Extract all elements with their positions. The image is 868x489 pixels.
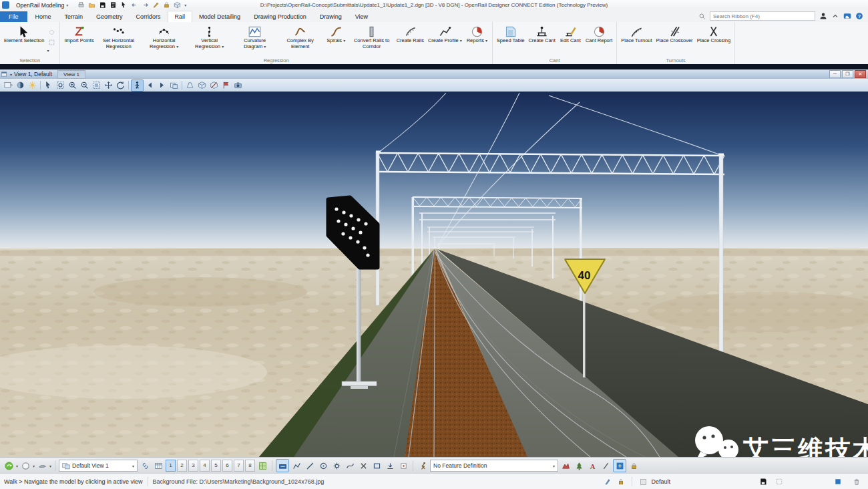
explorer-icon[interactable]: [613, 459, 626, 472]
view-toggle-7[interactable]: 7: [234, 460, 244, 472]
3d-viewport[interactable]: 40 艾三维技术: [0, 92, 868, 457]
view-tab[interactable]: View 1: [57, 70, 85, 79]
view-toggle-8[interactable]: 8: [245, 460, 255, 472]
fit-view-icon[interactable]: [55, 80, 66, 91]
workflow-selector[interactable]: OpenRail Modeling ▾: [12, 1, 72, 9]
compress-icon[interactable]: [108, 1, 118, 9]
tab-model-detailing[interactable]: Model Detailing: [192, 11, 247, 22]
delete-element-icon[interactable]: [357, 460, 369, 472]
place-curve-icon[interactable]: [344, 460, 356, 472]
annotation-icon[interactable]: A: [586, 460, 598, 472]
view-menu-icon[interactable]: [0, 70, 8, 79]
place-shape-icon[interactable]: [371, 460, 383, 472]
drop-element-icon[interactable]: [384, 460, 396, 472]
previous-view-icon[interactable]: [144, 80, 156, 91]
set-horizontal-regression-button[interactable]: Set Horizontal Regression: [96, 23, 142, 57]
horizontal-regression-button[interactable]: Horizontal Regression ▾: [142, 23, 187, 57]
import-points-button[interactable]: Import Points: [62, 23, 95, 57]
place-smartline-icon[interactable]: [290, 460, 302, 472]
status-blue-icon[interactable]: [832, 476, 844, 487]
snap-gear-icon[interactable]: [331, 460, 343, 472]
redo-icon[interactable]: [140, 1, 150, 9]
trash-icon[interactable]: [851, 476, 863, 487]
next-view-icon[interactable]: [156, 80, 168, 91]
clip-volume-icon[interactable]: [196, 80, 208, 91]
tab-drawing-production[interactable]: Drawing Production: [247, 11, 313, 22]
view-display-icon[interactable]: [3, 80, 14, 91]
pan-icon[interactable]: [103, 80, 114, 91]
view-perspective-icon[interactable]: [184, 80, 196, 91]
view-group-selector[interactable]: Default View 1 ▾: [59, 460, 138, 472]
view-minimize-button[interactable]: ─: [829, 70, 841, 78]
search-input[interactable]: [710, 11, 815, 21]
chevron-down-icon[interactable]: ▾: [33, 464, 35, 468]
saved-views-icon[interactable]: [220, 80, 232, 91]
tab-corridors[interactable]: Corridors: [130, 11, 168, 22]
tab-geometry[interactable]: Geometry: [89, 11, 130, 22]
user-icon[interactable]: [818, 12, 828, 21]
pointer2-icon[interactable]: [43, 80, 54, 91]
minimize-ribbon-icon[interactable]: [830, 12, 840, 21]
spirals-button[interactable]: Spirals ▾: [323, 23, 349, 57]
save-status-icon[interactable]: [757, 476, 769, 487]
tab-rail[interactable]: Rail: [168, 11, 193, 22]
tab-home[interactable]: Home: [29, 11, 58, 22]
speed-table-button[interactable]: Speed Table: [495, 23, 527, 57]
chevron-down-icon[interactable]: ▾: [16, 464, 18, 468]
tab-file[interactable]: File: [0, 11, 27, 22]
complex-by-element-button[interactable]: Complex By Element: [278, 23, 323, 57]
vertical-regression-button[interactable]: Vertical Regression ▾: [187, 23, 232, 57]
selection-more-icon[interactable]: ▾: [47, 48, 57, 53]
cube-icon[interactable]: [172, 1, 182, 9]
status-arrow-icon[interactable]: [602, 476, 614, 487]
tab-drawing[interactable]: Drawing: [313, 11, 349, 22]
reports-button[interactable]: Reports ▾: [464, 23, 490, 57]
lock-toggle-icon[interactable]: [628, 460, 640, 472]
element-selection-button[interactable]: Element Selection: [2, 23, 46, 57]
connect-cloud-icon[interactable]: [842, 12, 852, 21]
clip-mask-icon[interactable]: [208, 80, 220, 91]
running-man-icon[interactable]: [417, 460, 429, 472]
cant-report-button[interactable]: Cant Report: [584, 23, 614, 57]
properties-icon[interactable]: [397, 460, 409, 472]
selection-set-icon[interactable]: [773, 476, 785, 487]
place-crossing-button[interactable]: Place Crossing: [695, 23, 732, 57]
pen-icon[interactable]: [151, 1, 161, 9]
status-lock-icon[interactable]: [615, 476, 627, 487]
camera-icon[interactable]: [232, 80, 244, 91]
tab-view[interactable]: View: [349, 11, 375, 22]
view-window-titlebar[interactable]: ▾ View 1, Default View 1 ─ ❐ ✕: [0, 69, 868, 79]
view-toggle-5[interactable]: 5: [211, 460, 221, 472]
apply-view-icon[interactable]: [256, 460, 268, 472]
lock-icon[interactable]: [162, 1, 172, 9]
tree-icon[interactable]: [573, 460, 585, 472]
view-toggle-4[interactable]: 4: [200, 460, 210, 472]
tab-terrain[interactable]: Terrain: [58, 11, 90, 22]
view-toggle-3[interactable]: 3: [188, 460, 198, 472]
view-toggle-6[interactable]: 6: [222, 460, 232, 472]
fly-icon[interactable]: [36, 460, 48, 472]
walk-mode-icon[interactable]: [3, 460, 15, 472]
place-circle-icon[interactable]: [317, 460, 329, 472]
create-rails-button[interactable]: Create Rails: [395, 23, 426, 57]
create-profile-button[interactable]: Create Profile ▾: [426, 23, 464, 57]
open-folder-icon[interactable]: [87, 1, 97, 9]
window-area-icon[interactable]: [91, 80, 102, 91]
zoom-in-icon[interactable]: [67, 80, 78, 91]
undo-icon[interactable]: [130, 1, 140, 9]
edit-cant-button[interactable]: Edit Cant: [558, 23, 584, 57]
curvature-diagram-button[interactable]: Curvature Diagram ▾: [232, 23, 278, 57]
feature-definition-selector[interactable]: No Feature Definition ▾: [430, 460, 558, 472]
convert-rails-to-corridor-button[interactable]: Convert Rails to Corridor: [349, 23, 395, 57]
print-icon[interactable]: [76, 1, 86, 9]
terrain-icon[interactable]: [560, 460, 572, 472]
zoom-out-icon[interactable]: [79, 80, 90, 91]
table-icon[interactable]: [152, 460, 164, 472]
view-toggle-1[interactable]: 1: [166, 460, 176, 472]
accudraw-icon[interactable]: [276, 459, 289, 472]
place-line-icon[interactable]: [304, 460, 316, 472]
fence-icon[interactable]: [47, 38, 57, 47]
slash-icon[interactable]: [600, 460, 612, 472]
place-turnout-button[interactable]: Place Turnout: [619, 23, 654, 57]
brightness-icon[interactable]: [27, 80, 38, 91]
